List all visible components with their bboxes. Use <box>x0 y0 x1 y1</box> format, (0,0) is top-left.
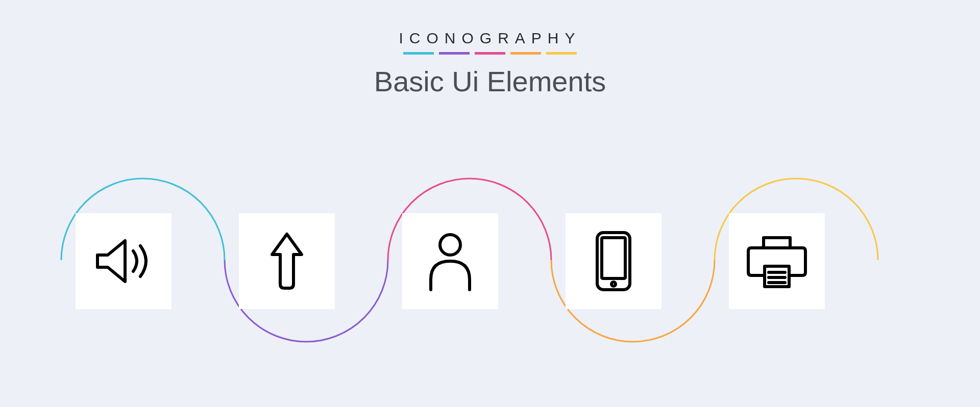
svg-point-0 <box>440 235 460 255</box>
accent-underline <box>0 52 980 55</box>
tile-speaker <box>76 213 172 309</box>
tile-user <box>402 213 498 309</box>
accent-bar-5 <box>546 52 577 55</box>
svg-rect-2 <box>602 238 625 278</box>
accent-bar-3 <box>475 52 505 55</box>
icon-stage <box>0 133 980 377</box>
brand-label: ICONOGRAPHY <box>0 30 980 47</box>
tile-printer <box>729 213 825 309</box>
phone-icon <box>593 230 634 293</box>
printer-icon <box>746 233 807 290</box>
user-icon <box>425 231 476 292</box>
svg-point-3 <box>611 282 616 286</box>
accent-bar-2 <box>439 52 470 55</box>
page-title: Basic Ui Elements <box>0 65 980 98</box>
accent-bar-1 <box>403 52 434 55</box>
tile-arrow-up <box>239 213 335 309</box>
tile-phone <box>566 213 662 309</box>
accent-bar-4 <box>510 52 541 55</box>
speaker-icon <box>93 236 154 287</box>
arrow-up-icon <box>269 231 305 291</box>
